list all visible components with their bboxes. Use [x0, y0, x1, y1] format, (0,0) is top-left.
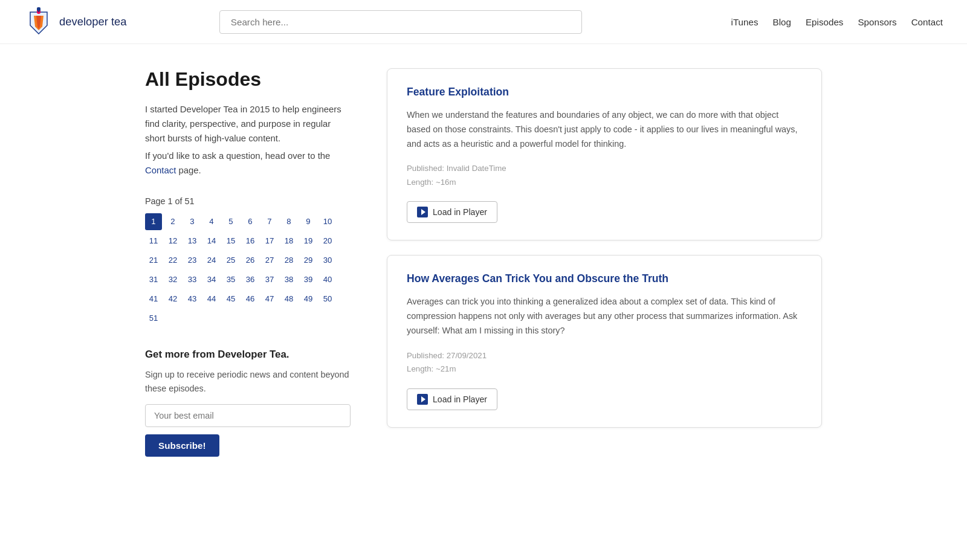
subscribe-button[interactable]: Subscribe! — [145, 434, 219, 457]
episode-link-1[interactable]: Feature Exploitation — [407, 86, 509, 98]
page-34[interactable]: 34 — [203, 271, 220, 288]
load-player-label-2: Load in Player — [433, 394, 487, 404]
page-48[interactable]: 48 — [280, 291, 297, 307]
episode-meta-2: Published: 27/09/2021 Length: ~21m — [407, 349, 802, 376]
nav-contact[interactable]: Contact — [911, 17, 943, 27]
email-field[interactable] — [145, 404, 351, 427]
episode-desc-2: Averages can trick you into thinking a g… — [407, 295, 802, 338]
page-36[interactable]: 36 — [242, 271, 259, 288]
page-33[interactable]: 33 — [184, 271, 201, 288]
get-more-heading: Get more from Developer Tea. — [145, 349, 351, 361]
left-column: All Episodes I started Developer Tea in … — [145, 68, 351, 457]
page-4[interactable]: 4 — [203, 213, 220, 230]
page-3[interactable]: 3 — [184, 213, 201, 230]
episode-title-1: Feature Exploitation — [407, 86, 802, 98]
page-41[interactable]: 41 — [145, 291, 162, 307]
page-28[interactable]: 28 — [280, 252, 297, 269]
page-6[interactable]: 6 — [242, 213, 259, 230]
page-24[interactable]: 24 — [203, 252, 220, 269]
page-16[interactable]: 16 — [242, 233, 259, 249]
logo[interactable]: developer tea — [24, 7, 126, 36]
get-more-text: Sign up to receive periodic news and con… — [145, 368, 351, 396]
page-26[interactable]: 26 — [242, 252, 259, 269]
logo-text: developer tea — [59, 15, 126, 28]
search-bar — [219, 10, 582, 34]
intro-text-1: I started Developer Tea in 2015 to help … — [145, 103, 351, 146]
page-7[interactable]: 7 — [261, 213, 278, 230]
page-47[interactable]: 47 — [261, 291, 278, 307]
episode-card-1: Feature Exploitation When we understand … — [387, 68, 822, 240]
intro-text-2: If you'd like to ask a question, head ov… — [145, 149, 351, 178]
page-35[interactable]: 35 — [222, 271, 239, 288]
page-50[interactable]: 50 — [319, 291, 336, 307]
page-2[interactable]: 2 — [164, 213, 181, 230]
page-5[interactable]: 5 — [222, 213, 239, 230]
page-17[interactable]: 17 — [261, 233, 278, 249]
page-30[interactable]: 30 — [319, 252, 336, 269]
page-27[interactable]: 27 — [261, 252, 278, 269]
page-42[interactable]: 42 — [164, 291, 181, 307]
search-input[interactable] — [219, 10, 582, 34]
page-23[interactable]: 23 — [184, 252, 201, 269]
page-29[interactable]: 29 — [300, 252, 317, 269]
page-10[interactable]: 10 — [319, 213, 336, 230]
page-20[interactable]: 20 — [319, 233, 336, 249]
page-title: All Episodes — [145, 68, 351, 91]
page-15[interactable]: 15 — [222, 233, 239, 249]
episode-link-2[interactable]: How Averages Can Trick You and Obscure t… — [407, 272, 668, 285]
page-32[interactable]: 32 — [164, 271, 181, 288]
page-19[interactable]: 19 — [300, 233, 317, 249]
intro-line2: If you'd like to ask a question, head ov… — [145, 151, 330, 161]
episode-meta-1: Published: Invalid DateTime Length: ~16m — [407, 162, 802, 189]
pagination: 1 2 3 4 5 6 7 8 9 10 11 12 13 14 15 16 1… — [145, 213, 351, 327]
page-43[interactable]: 43 — [184, 291, 201, 307]
page-44[interactable]: 44 — [203, 291, 220, 307]
page-38[interactable]: 38 — [280, 271, 297, 288]
get-more-section: Get more from Developer Tea. Sign up to … — [145, 349, 351, 457]
page-13[interactable]: 13 — [184, 233, 201, 249]
page-40[interactable]: 40 — [319, 271, 336, 288]
episode-card-2: How Averages Can Trick You and Obscure t… — [387, 255, 822, 427]
page-25[interactable]: 25 — [222, 252, 239, 269]
page-46[interactable]: 46 — [242, 291, 259, 307]
page-51[interactable]: 51 — [145, 310, 162, 327]
page-39[interactable]: 39 — [300, 271, 317, 288]
page-12[interactable]: 12 — [164, 233, 181, 249]
page-31[interactable]: 31 — [145, 271, 162, 288]
page-21[interactable]: 21 — [145, 252, 162, 269]
logo-icon — [24, 7, 53, 36]
pagination-info: Page 1 of 51 — [145, 196, 351, 206]
page-49[interactable]: 49 — [300, 291, 317, 307]
episodes-list: Feature Exploitation When we understand … — [387, 68, 822, 457]
intro-line3: page. — [178, 166, 201, 175]
page-45[interactable]: 45 — [222, 291, 239, 307]
player-icon-1 — [417, 207, 428, 217]
page-37[interactable]: 37 — [261, 271, 278, 288]
episode-length-2: Length: ~21m — [407, 362, 802, 376]
player-icon-2 — [417, 394, 428, 405]
load-player-button-1[interactable]: Load in Player — [407, 201, 497, 223]
page-8[interactable]: 8 — [280, 213, 297, 230]
page-1[interactable]: 1 — [145, 213, 162, 230]
main-nav: iTunes Blog Episodes Sponsors Contact — [731, 17, 943, 27]
nav-episodes[interactable]: Episodes — [806, 17, 843, 27]
episode-title-2: How Averages Can Trick You and Obscure t… — [407, 272, 802, 285]
episode-published-1: Published: Invalid DateTime — [407, 162, 802, 176]
nav-itunes[interactable]: iTunes — [731, 17, 758, 27]
nav-blog[interactable]: Blog — [773, 17, 791, 27]
page-18[interactable]: 18 — [280, 233, 297, 249]
episode-desc-1: When we understand the features and boun… — [407, 108, 802, 151]
page-9[interactable]: 9 — [300, 213, 317, 230]
contact-link[interactable]: Contact — [145, 166, 176, 175]
episode-published-2: Published: 27/09/2021 — [407, 349, 802, 363]
nav-sponsors[interactable]: Sponsors — [858, 17, 896, 27]
episode-length-1: Length: ~16m — [407, 176, 802, 190]
load-player-button-2[interactable]: Load in Player — [407, 388, 497, 410]
page-11[interactable]: 11 — [145, 233, 162, 249]
page-22[interactable]: 22 — [164, 252, 181, 269]
load-player-label-1: Load in Player — [433, 207, 487, 217]
page-14[interactable]: 14 — [203, 233, 220, 249]
